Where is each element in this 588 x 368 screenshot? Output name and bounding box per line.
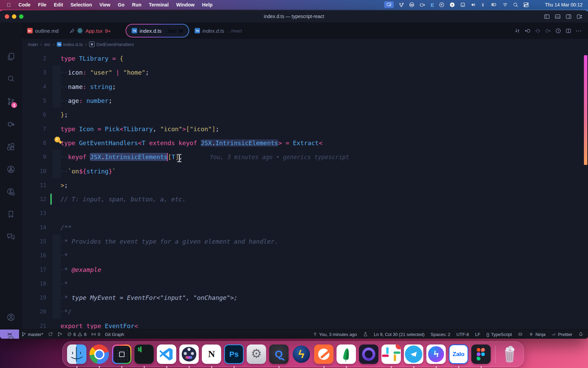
- zoom-window-button[interactable]: [19, 14, 23, 19]
- wifi-icon[interactable]: [502, 2, 508, 7]
- line-number[interactable]: 10: [22, 168, 46, 174]
- location-icon[interactable]: [439, 2, 444, 7]
- activity-explorer[interactable]: [4, 50, 18, 63]
- dock-system-settings[interactable]: ⚙: [247, 344, 266, 364]
- code-line[interactable]: 9··keyof JSX.IntrinsicElements[T],You, 3…: [22, 150, 588, 164]
- toggle-right-sidebar-icon[interactable]: [566, 14, 572, 19]
- menu-edit[interactable]: Edit: [51, 0, 66, 10]
- statusbar-eol[interactable]: LF: [475, 329, 480, 339]
- customize-layout-icon[interactable]: [576, 14, 583, 19]
- dock-vscode[interactable]: [157, 344, 176, 364]
- menu-view[interactable]: View: [96, 0, 113, 10]
- dock-terminal[interactable]: $▍: [134, 344, 154, 364]
- dock-lightning-app[interactable]: ϟ: [292, 344, 311, 364]
- line-number[interactable]: 8: [22, 140, 46, 146]
- close-window-button[interactable]: [5, 14, 9, 19]
- statusbar-blame[interactable]: You, 3 minutes ago: [313, 329, 357, 339]
- toggle-panel-icon[interactable]: [555, 14, 561, 19]
- line-number[interactable]: 21: [22, 323, 46, 329]
- code-line[interactable]: 21export type EventFor<: [22, 319, 588, 329]
- activity-settings[interactable]: ⚙: [4, 333, 18, 339]
- activity-git-graph[interactable]: [4, 163, 18, 176]
- line-number[interactable]: 9: [22, 154, 46, 160]
- dock-insomnia[interactable]: [359, 344, 378, 364]
- nav-current-icon[interactable]: [535, 28, 541, 34]
- dock-notion[interactable]: N: [202, 344, 221, 364]
- bluetooth-icon[interactable]: [481, 2, 485, 7]
- menu-window[interactable]: Window: [173, 0, 198, 10]
- minimize-window-button[interactable]: [12, 14, 16, 19]
- statusbar-prettier[interactable]: Prettier: [552, 329, 572, 339]
- line-number[interactable]: 12: [22, 196, 46, 202]
- dock-postman[interactable]: [314, 344, 333, 364]
- line-number[interactable]: 19: [22, 294, 46, 301]
- breadcrumb-geteventhandlers[interactable]: GetEventHandlers: [89, 42, 134, 47]
- menu-bar-clock[interactable]: Thu 14 Mar 00:12: [545, 2, 583, 7]
- dock-chrome[interactable]: [89, 344, 109, 364]
- code-line[interactable]: 10··`on${string}`: [22, 164, 588, 178]
- statusbar-notifications[interactable]: [578, 329, 583, 339]
- code-line[interactable]: 12// T: input, span, button, a, etc.: [22, 192, 588, 206]
- statusbar-problems[interactable]: 66: [65, 329, 89, 339]
- code-line[interactable]: 19·* type MyEvent = EventFor<"input", "o…: [22, 291, 588, 305]
- line-number[interactable]: 14: [22, 224, 46, 231]
- statusbar-branch[interactable]: master*: [19, 329, 46, 339]
- line-number[interactable]: 11: [22, 182, 46, 188]
- code-line[interactable]: 5··age: number;: [22, 94, 588, 108]
- split-editor-icon[interactable]: [566, 28, 571, 34]
- dock-finder[interactable]: [67, 344, 86, 364]
- line-number[interactable]: 7: [22, 126, 46, 132]
- menu-code[interactable]: Code: [15, 0, 33, 10]
- code-line[interactable]: 6};: [22, 108, 588, 122]
- activity-bookmarks[interactable]: [4, 208, 18, 221]
- battery-charging-icon[interactable]: [490, 2, 497, 7]
- statusbar-ninja[interactable]: Ninja: [529, 329, 545, 339]
- activity-run-debug[interactable]: [4, 117, 18, 131]
- screen-record-icon[interactable]: [420, 2, 425, 7]
- dock-zalo[interactable]: Zalo: [449, 344, 468, 364]
- statusbar-language[interactable]: {}TypeScript: [486, 329, 512, 339]
- statusbar-indentation[interactable]: Spaces: 2: [431, 329, 451, 339]
- line-number[interactable]: 16: [22, 252, 46, 259]
- nav-forward-icon[interactable]: [545, 28, 551, 34]
- code-line[interactable]: 8type GetEventHandlers<T extends keyof J…: [22, 136, 588, 150]
- menu-selection[interactable]: Selection: [67, 0, 95, 10]
- statusbar-git-graph-button[interactable]: [55, 329, 65, 339]
- commit-graph-icon[interactable]: [399, 2, 404, 7]
- statusbar-feedback[interactable]: 0: [89, 329, 102, 339]
- activity-gitlens[interactable]: [4, 185, 18, 199]
- control-center-icon[interactable]: [523, 2, 529, 7]
- menu-run[interactable]: Run: [129, 0, 145, 10]
- line-number[interactable]: 13: [22, 210, 46, 216]
- line-number[interactable]: 6: [22, 111, 46, 118]
- dock-quicktime[interactable]: Q: [269, 344, 289, 364]
- statusbar-cursor-position[interactable]: Ln 9, Col 30 (21 selected): [374, 329, 425, 339]
- toggle-left-sidebar-icon[interactable]: [544, 14, 550, 19]
- menu-terminal[interactable]: Terminal: [146, 0, 172, 10]
- menu-file[interactable]: File: [35, 0, 50, 10]
- statusbar-beaker[interactable]: [363, 329, 368, 339]
- code-line[interactable]: 17·* @example: [22, 262, 588, 276]
- activity-source-control[interactable]: 1: [4, 95, 18, 108]
- code-line[interactable]: 16·*: [22, 248, 588, 262]
- editor-scrollbar[interactable]: [584, 55, 587, 165]
- compare-changes-icon[interactable]: [514, 28, 520, 34]
- code-line[interactable]: 11>;: [22, 178, 588, 192]
- line-number[interactable]: 4: [22, 83, 46, 90]
- dock-grid-app[interactable]: [112, 344, 131, 364]
- dock-trash[interactable]: [500, 344, 519, 364]
- adobe-cc-icon[interactable]: [409, 2, 414, 7]
- dock-messenger[interactable]: ϟ: [426, 344, 446, 364]
- code-line[interactable]: 18·*: [22, 277, 588, 291]
- tab-index-src[interactable]: TSindex.d.ts.../srcM: [126, 24, 189, 37]
- dock-figma[interactable]: [471, 344, 491, 364]
- breadcrumb-src[interactable]: src: [44, 42, 50, 47]
- code-line[interactable]: 2type TLibrary = {: [22, 51, 588, 65]
- code-line[interactable]: 3··icon: "user" | "home";: [22, 65, 588, 79]
- code-line[interactable]: 15·* Provides the event type for a given…: [22, 234, 588, 248]
- line-number[interactable]: 20: [22, 308, 46, 315]
- code-line[interactable]: 7type Icon = Pick<TLibrary, "icon">["ico…: [22, 122, 588, 136]
- breadcrumb[interactable]: main›src›TSindex.d.ts›GetEventHandlers: [22, 39, 588, 50]
- activity-search[interactable]: [4, 72, 18, 86]
- nav-back-icon[interactable]: [525, 28, 530, 34]
